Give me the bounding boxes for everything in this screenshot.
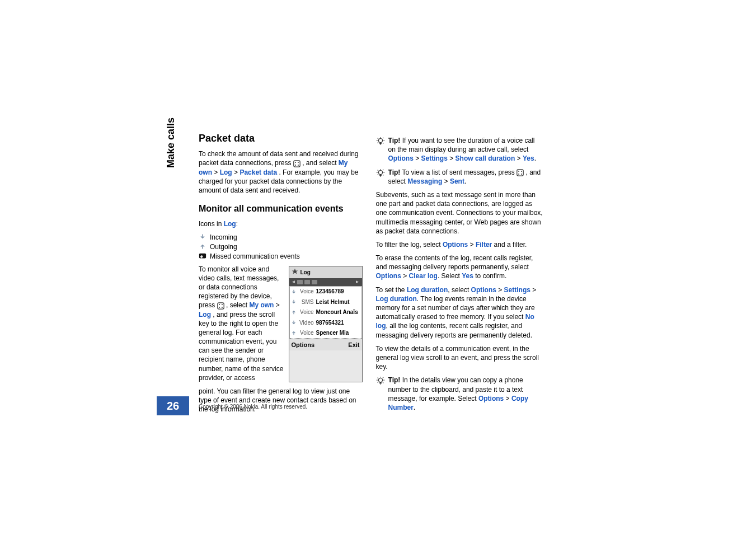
icon-legend-row: Missed communication events	[199, 252, 363, 261]
text: . Select	[438, 272, 462, 280]
text: , all the log contents, recent calls reg…	[376, 322, 532, 339]
link-show-duration: Show call duration	[456, 154, 515, 162]
softkey-options[interactable]: Options	[292, 341, 315, 349]
tab-chip	[297, 280, 303, 284]
svg-point-4	[298, 165, 299, 166]
text: >	[442, 177, 450, 185]
paragraph: To filter the log, select Options > Filt…	[376, 240, 543, 249]
text: Icons in	[199, 220, 224, 228]
svg-point-19	[521, 174, 522, 175]
icon-legend-label: Missed communication events	[210, 252, 300, 261]
text: >	[276, 301, 280, 309]
paragraph: Icons in Log:	[199, 219, 363, 228]
svg-point-18	[518, 174, 519, 175]
svg-rect-21	[379, 382, 382, 384]
softkey-exit[interactable]: Exit	[348, 341, 359, 349]
text: >	[414, 154, 421, 162]
link-options: Options	[478, 395, 504, 402]
link-yes: Yes	[462, 272, 473, 280]
link-settings: Settings	[504, 286, 530, 294]
svg-rect-5	[199, 254, 206, 259]
text: To erase the contents of the log, recent…	[376, 254, 533, 271]
svg-rect-12	[379, 143, 382, 144]
log-item: Voice 123456789	[290, 287, 361, 297]
text: >	[214, 168, 219, 176]
icon-legend-label: Outgoing	[210, 242, 237, 251]
log-name: Spencer Mia	[316, 329, 349, 337]
text: >	[468, 241, 476, 249]
tip-icon	[376, 137, 385, 163]
menu-key-icon	[516, 169, 524, 176]
icon-legend-row: Incoming	[199, 233, 363, 242]
tip-block: Tip! In the details view you can copy a …	[376, 376, 543, 412]
link-options: Options	[388, 154, 414, 162]
incoming-icon	[199, 233, 206, 241]
log-type: Voice	[298, 308, 314, 316]
svg-point-8	[222, 304, 223, 305]
log-type: SMS	[298, 298, 314, 306]
incoming-icon	[292, 320, 296, 325]
link-packet-data: Packet data	[240, 168, 277, 176]
text: , select	[448, 286, 471, 294]
heading-packet-data: Packet data	[199, 132, 363, 145]
text: To set the	[376, 286, 407, 294]
text: To filter the log, select	[376, 241, 443, 249]
tab-arrow-left-icon: ◄	[292, 279, 296, 285]
text: >	[515, 154, 523, 162]
softkey-bar: Options Exit	[289, 339, 362, 351]
svg-point-13	[378, 170, 382, 174]
svg-point-7	[219, 304, 220, 305]
text: , and press the scroll key to the right …	[199, 311, 283, 382]
svg-point-2	[298, 162, 299, 163]
link-log-duration: Log duration	[376, 295, 417, 303]
tip-label: Tip!	[388, 376, 401, 384]
tab-arrow-right-icon: ►	[355, 279, 360, 285]
log-type: Voice	[298, 329, 314, 337]
paragraph: Subevents, such as a text message sent i…	[376, 190, 543, 236]
text: to confirm.	[473, 272, 506, 280]
text: >	[401, 272, 409, 280]
log-name: 987654321	[316, 319, 344, 327]
svg-point-1	[295, 162, 296, 163]
tab-chip	[304, 280, 310, 284]
outgoing-icon	[292, 310, 296, 315]
menu-key-icon	[293, 160, 300, 167]
icon-legend-row: Outgoing	[199, 242, 363, 251]
log-type: Video	[298, 319, 314, 327]
paragraph: To monitor all voice and video calls, te…	[199, 265, 284, 382]
text: .	[414, 404, 415, 411]
log-name: Moncourt Anaïs	[316, 308, 358, 316]
icon-legend-label: Incoming	[210, 233, 237, 242]
link-options: Options	[443, 241, 468, 249]
svg-point-16	[518, 171, 519, 172]
log-item: Voice Moncourt Anaïs	[290, 307, 361, 318]
phone-title: Log	[300, 269, 311, 277]
link-log-duration: Log duration	[407, 286, 448, 294]
heading-monitor: Monitor all communication events	[199, 203, 363, 215]
link-log: Log	[220, 168, 232, 176]
incoming-icon	[292, 299, 296, 304]
tip-icon	[376, 168, 385, 186]
link-clear-log: Clear log	[409, 272, 438, 280]
svg-point-3	[295, 165, 296, 166]
svg-point-20	[378, 378, 382, 382]
text: >	[530, 286, 536, 294]
menu-key-icon	[217, 302, 224, 310]
missed-icon	[199, 252, 206, 260]
paragraph: point. You can filter the general log to…	[199, 387, 363, 414]
text: and a filter.	[492, 241, 527, 249]
outgoing-icon	[292, 331, 296, 335]
log-item: Voice Spencer Mia	[290, 328, 361, 339]
link-settings: Settings	[421, 154, 448, 162]
svg-rect-0	[294, 161, 300, 167]
log-type: Voice	[298, 288, 314, 296]
page-number: 26	[157, 396, 189, 415]
phone-tab-bar: ◄ ►	[289, 278, 362, 286]
text: .	[534, 154, 536, 162]
link-log: Log	[199, 311, 211, 318]
section-title: Make calls	[165, 118, 177, 168]
link-my-own: My own	[249, 301, 274, 309]
copyright: Copyright © 2006 Nokia. All rights reser…	[199, 404, 307, 410]
right-column: Tip! If you want to see the duration of …	[376, 132, 543, 419]
text: , select	[226, 301, 249, 309]
